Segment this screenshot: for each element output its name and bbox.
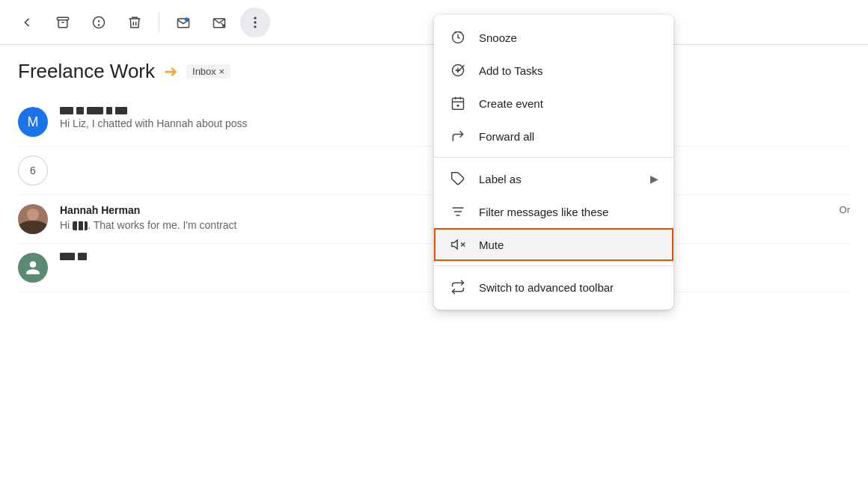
pixel-block (87, 107, 103, 114)
menu-label-label-as: Label as (479, 173, 638, 185)
add-task-icon (449, 61, 467, 79)
menu-item-add-to-tasks[interactable]: Add to Tasks (434, 54, 673, 87)
context-menu: Snooze Add to Tasks Create event (434, 15, 673, 310)
menu-label-filter: Filter messages like these (479, 206, 658, 218)
pixel-block (78, 253, 87, 260)
spam-button[interactable] (84, 7, 114, 37)
pixel-block (115, 107, 127, 114)
svg-rect-19 (453, 98, 464, 109)
delete-button[interactable] (120, 7, 150, 37)
svg-point-7 (185, 17, 189, 21)
back-button[interactable] (12, 7, 42, 37)
mute-icon (449, 236, 467, 253)
avatar-hannah (18, 204, 48, 234)
menu-divider-1 (434, 157, 673, 158)
svg-point-11 (254, 21, 256, 23)
menu-label-add-to-tasks: Add to Tasks (479, 64, 658, 77)
menu-label-forward-all: Forward all (479, 130, 658, 143)
inbox-chip[interactable]: Inbox × (186, 64, 230, 79)
pixel-block (76, 107, 84, 114)
menu-item-filter[interactable]: Filter messages like these (434, 195, 673, 228)
menu-label-switch-toolbar: Switch to advanced toolbar (479, 281, 658, 294)
more-button[interactable] (240, 7, 270, 37)
menu-item-switch-toolbar[interactable]: Switch to advanced toolbar (434, 271, 673, 304)
svg-point-12 (254, 25, 256, 28)
menu-label-snooze: Snooze (479, 31, 658, 44)
email-subject: Freelance Work (18, 60, 155, 83)
archive-button[interactable] (48, 7, 78, 37)
importance-arrow: ➜ (164, 62, 177, 82)
forward-icon (449, 127, 467, 145)
menu-item-snooze[interactable]: Snooze (434, 21, 673, 54)
avatar: M (18, 107, 48, 137)
mark-unread-button[interactable] (168, 7, 198, 37)
submenu-arrow-icon: ▶ (650, 173, 658, 185)
svg-rect-0 (58, 17, 69, 19)
menu-item-forward-all[interactable]: Forward all (434, 120, 673, 153)
calendar-icon (449, 94, 467, 112)
pixel-block (60, 107, 73, 114)
snooze-icon (449, 28, 467, 46)
pixel-block (106, 107, 112, 114)
move-button[interactable] (204, 7, 234, 37)
label-icon (449, 170, 467, 188)
menu-item-mute[interactable]: Mute (434, 228, 673, 261)
pixel-block (60, 253, 75, 260)
filter-icon (449, 203, 467, 221)
menu-label-mute: Mute (479, 239, 658, 251)
svg-point-3 (98, 24, 99, 25)
collapsed-count[interactable]: 6 (18, 156, 48, 185)
menu-label-create-event: Create event (479, 97, 658, 110)
thread-time: Or (840, 204, 850, 215)
toolbar-divider (159, 12, 159, 33)
menu-divider-2 (434, 265, 673, 266)
svg-marker-28 (452, 240, 458, 249)
redacted-name (73, 221, 88, 230)
menu-item-label-as[interactable]: Label as ▶ (434, 162, 673, 195)
switch-toolbar-icon (449, 278, 467, 296)
avatar-third (18, 253, 48, 283)
menu-item-create-event[interactable]: Create event (434, 87, 673, 120)
svg-point-10 (254, 16, 256, 19)
